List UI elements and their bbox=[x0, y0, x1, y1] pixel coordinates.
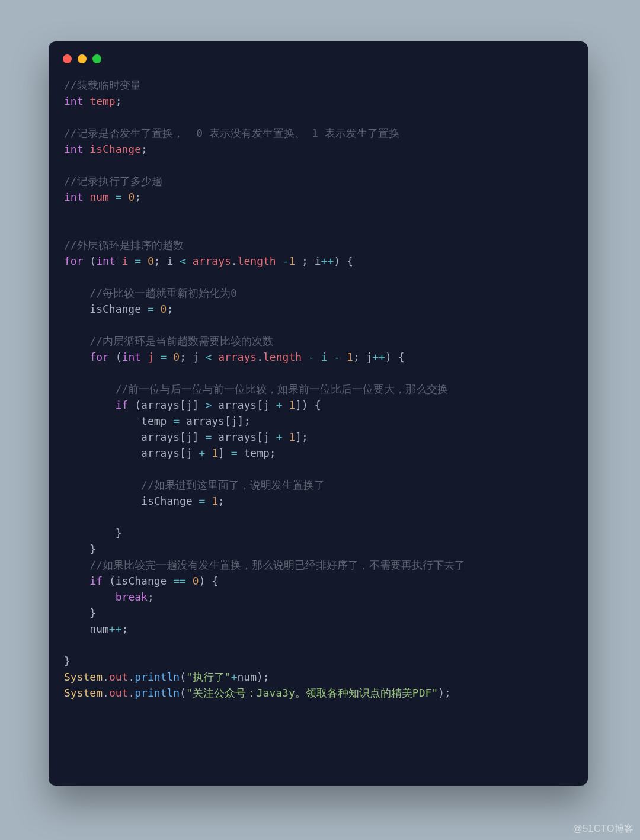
code-op: = bbox=[135, 255, 141, 267]
code-call: println bbox=[135, 687, 180, 699]
code-comment: //如果进到这里面了，说明发生置换了 bbox=[64, 479, 325, 491]
minimize-icon bbox=[78, 54, 87, 63]
code-punc: (arrays[j] bbox=[128, 399, 205, 411]
code-punc: ( bbox=[180, 687, 186, 699]
code-comment: //记录执行了多少趟 bbox=[64, 175, 162, 187]
code-op: ++ bbox=[109, 623, 122, 635]
code-indent bbox=[64, 399, 116, 411]
window-controls bbox=[63, 54, 101, 63]
code-punc: . bbox=[103, 671, 109, 683]
code-ident: isChange bbox=[64, 303, 148, 315]
code-op: < bbox=[205, 351, 212, 363]
code-op: + bbox=[199, 447, 206, 459]
code-punc: temp; bbox=[238, 447, 276, 459]
code-op: + bbox=[231, 671, 238, 683]
code-punc: ) { bbox=[385, 351, 405, 363]
code-class: System bbox=[64, 687, 103, 699]
code-punc: arrays[j bbox=[212, 399, 276, 411]
code-ident: arrays[j] bbox=[64, 431, 205, 443]
code-indent bbox=[64, 575, 89, 587]
code-ident: isChange bbox=[84, 143, 142, 155]
code-comment: //记录是否发生了置换， 0 表示没有发生置换、 1 表示发生了置换 bbox=[64, 127, 399, 139]
code-number: 1 bbox=[282, 431, 295, 443]
code-keyword: break bbox=[116, 591, 148, 603]
code-indent bbox=[64, 351, 89, 363]
code-comment: //内层循环是当前趟数需要比较的次数 bbox=[64, 335, 273, 347]
code-ident: arrays bbox=[186, 255, 231, 267]
maximize-icon bbox=[92, 54, 101, 63]
code-punc: ) { bbox=[199, 575, 219, 587]
close-icon bbox=[63, 54, 72, 63]
code-punc: ; bbox=[167, 303, 173, 315]
code-card: //装载临时变量 int temp; //记录是否发生了置换， 0 表示没有发生… bbox=[49, 41, 588, 786]
code-punc: ; i bbox=[154, 255, 180, 267]
code-punc: arrays[j bbox=[212, 431, 276, 443]
code-punc: (isChange bbox=[103, 575, 173, 587]
code-punc: ; bbox=[148, 591, 154, 603]
code-punc: ); bbox=[438, 687, 451, 699]
code-keyword: for bbox=[64, 255, 84, 267]
code-op: = bbox=[205, 431, 212, 443]
code-ident: i bbox=[116, 255, 135, 267]
code-punc: } bbox=[64, 607, 96, 619]
code-op: = bbox=[199, 495, 206, 507]
code-keyword: int bbox=[64, 143, 84, 155]
code-number: 0 bbox=[154, 303, 167, 315]
code-comment: //外层循环是排序的趟数 bbox=[64, 239, 184, 251]
code-punc: ; bbox=[122, 623, 129, 635]
code-indent bbox=[64, 591, 116, 603]
watermark: @51CTO博客 bbox=[572, 823, 634, 835]
code-punc: ; bbox=[116, 95, 122, 107]
code-punc: ( bbox=[109, 351, 122, 363]
code-punc: ( bbox=[84, 255, 97, 267]
code-comment: //每比较一趟就重新初始化为0 bbox=[64, 287, 237, 299]
code-op: = bbox=[161, 351, 167, 363]
code-comment: //装载临时变量 bbox=[64, 79, 141, 91]
code-ident: out bbox=[109, 687, 129, 699]
code-ident: temp bbox=[64, 415, 173, 427]
code-keyword: int bbox=[122, 351, 142, 363]
code-punc: num); bbox=[237, 671, 269, 683]
code-number: 1 bbox=[205, 447, 218, 459]
code-ident: length bbox=[263, 351, 302, 363]
code-op: + bbox=[276, 399, 283, 411]
code-ident: temp bbox=[84, 95, 116, 107]
code-punc: . bbox=[231, 255, 238, 267]
code-ident: isChange bbox=[64, 495, 199, 507]
code-punc: ) { bbox=[334, 255, 353, 267]
code-punc: . bbox=[128, 671, 135, 683]
code-op: = bbox=[148, 303, 154, 315]
code-punc: } bbox=[64, 527, 122, 539]
code-number: 0 bbox=[186, 575, 199, 587]
code-keyword: if bbox=[89, 575, 103, 587]
code-op: < bbox=[180, 255, 186, 267]
code-number: 1 bbox=[283, 399, 296, 411]
code-punc: ; bbox=[218, 495, 225, 507]
code-number: 0 bbox=[141, 255, 154, 267]
code-keyword: if bbox=[116, 399, 129, 411]
code-op: == bbox=[173, 575, 186, 587]
code-ident: num bbox=[84, 191, 116, 203]
code-punc: ; j bbox=[180, 351, 205, 363]
code-string: "执行了" bbox=[186, 671, 231, 683]
code-call: println bbox=[135, 671, 180, 683]
code-number: 0 bbox=[167, 351, 180, 363]
code-punc: ; bbox=[135, 191, 141, 203]
code-ident: arrays[j bbox=[64, 447, 199, 459]
code-ident: j bbox=[141, 351, 161, 363]
code-keyword: int bbox=[64, 191, 84, 203]
code-punc: ; i bbox=[295, 255, 321, 267]
code-punc: . bbox=[103, 687, 109, 699]
code-op: + bbox=[276, 431, 283, 443]
code-punc: ; j bbox=[353, 351, 373, 363]
code-number: 1 bbox=[205, 495, 218, 507]
code-block: //装载临时变量 int temp; //记录是否发生了置换， 0 表示没有发生… bbox=[64, 77, 576, 701]
code-punc: ]) { bbox=[295, 399, 321, 411]
code-number: 0 bbox=[122, 191, 135, 203]
code-ident: num bbox=[64, 623, 109, 635]
code-punc: arrays[j]; bbox=[180, 415, 250, 427]
code-keyword: for bbox=[89, 351, 109, 363]
code-op: ++ bbox=[321, 255, 334, 267]
code-op: = bbox=[173, 415, 180, 427]
code-op: = bbox=[231, 447, 238, 459]
